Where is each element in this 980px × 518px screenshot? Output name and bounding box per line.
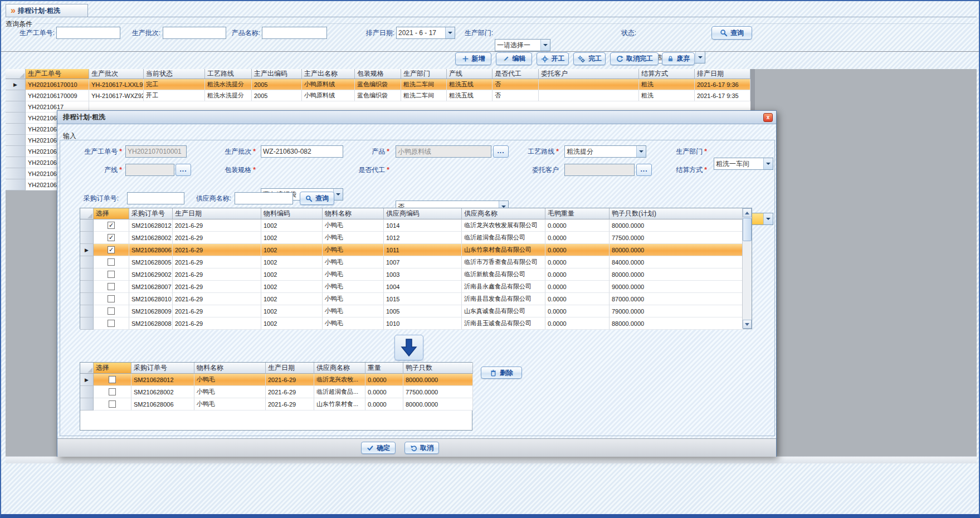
column-header[interactable]: 物料名称 [194, 363, 266, 374]
edit-button[interactable]: 编辑 [496, 52, 532, 65]
dropdown-arrow-icon[interactable] [636, 146, 646, 157]
column-header[interactable]: 主产出名称 [302, 69, 355, 79]
ok-button[interactable]: 确定 [361, 442, 396, 454]
column-header[interactable]: 物料编码 [261, 208, 323, 219]
supplier-name-input[interactable] [235, 192, 293, 204]
po-search-button[interactable]: 查询 [300, 192, 334, 205]
row-checkbox[interactable] [109, 376, 116, 383]
table-row[interactable]: SM210628007 2021-6-29 1002 小鸭毛 1004 沂南县永… [80, 281, 743, 293]
column-header[interactable]: 生产批次 [89, 69, 144, 79]
dept-field-select[interactable]: 粗洗一车间 [714, 158, 773, 170]
table-row[interactable]: SM210628006 小鸭毛 2021-6-29 山东竹泉村食... 0.00… [80, 398, 473, 411]
cell: 山东真诚食品有限公司 [462, 305, 545, 317]
row-checkbox[interactable] [108, 246, 115, 253]
dropdown-arrow-icon[interactable] [763, 213, 773, 224]
table-row[interactable]: SM210628006 2021-6-29 1002 小鸭毛 1011 山东竹泉… [80, 244, 743, 256]
column-header[interactable]: 工艺路线 [205, 69, 252, 79]
cancel-button[interactable]: 取消 [404, 442, 439, 454]
column-header[interactable]: 供应商名称 [314, 363, 365, 374]
column-header[interactable]: 委托客户 [539, 69, 639, 79]
column-header[interactable]: 供应商名称 [462, 208, 545, 219]
schedule-date-select[interactable]: 2021 - 6 - 17 [396, 27, 455, 39]
query-search-button[interactable]: 查询 [711, 26, 752, 40]
close-icon[interactable]: x [763, 113, 773, 122]
column-header[interactable]: 生产日期 [173, 208, 261, 219]
column-header[interactable]: 生产部门 [401, 69, 447, 79]
column-header[interactable]: 采购订单号 [129, 208, 173, 219]
column-header[interactable]: 包装规格 [355, 69, 401, 79]
line-browse-button[interactable]: ... [175, 164, 191, 176]
start-work-button[interactable]: 开工 [537, 52, 569, 65]
column-header[interactable]: 毛鸭重量 [545, 208, 610, 219]
column-header[interactable]: 生产日期 [266, 363, 314, 374]
row-marker [80, 232, 94, 244]
row-checkbox[interactable] [108, 283, 115, 290]
column-header[interactable]: 选择 [94, 363, 131, 374]
dropdown-arrow-icon[interactable] [333, 189, 343, 200]
tab-scheduling-plan[interactable]: » 排程计划-粗洗 [6, 4, 88, 17]
row-checkbox[interactable] [108, 234, 115, 241]
table-row[interactable]: SM210628012 2021-6-29 1002 小鸭毛 1014 临沂龙兴… [80, 219, 743, 232]
dropdown-arrow-icon[interactable] [695, 52, 705, 63]
column-header[interactable]: 产线 [447, 69, 493, 79]
table-row[interactable]: SM210629002 2021-6-29 1002 小鸭毛 1003 临沂新航… [80, 268, 743, 281]
scroll-thumb[interactable] [743, 218, 752, 241]
row-checkbox[interactable] [108, 295, 115, 302]
main-grid-corner-cell[interactable] [6, 69, 26, 79]
product-name-input[interactable] [262, 27, 327, 39]
corner-triangle-icon [87, 368, 92, 373]
table-row[interactable]: SM210628002 小鸭毛 2021-6-29 临沂超润食品... 0.00… [80, 386, 473, 398]
delete-button[interactable]: 删除 [481, 366, 522, 379]
table-row[interactable]: SM210628005 2021-6-29 1002 小鸭毛 1007 临沂市万… [80, 256, 743, 268]
dropdown-arrow-icon[interactable] [763, 158, 773, 169]
row-checkbox[interactable] [108, 271, 115, 278]
column-header[interactable]: 当前状态 [144, 69, 205, 79]
column-header[interactable]: 生产工单号 [26, 69, 89, 79]
po-number-input[interactable] [127, 192, 184, 204]
finish-work-button[interactable]: 完工 [573, 52, 606, 65]
batch-input[interactable] [163, 27, 226, 39]
po-grid-corner-cell[interactable] [80, 208, 94, 219]
row-checkbox[interactable] [108, 320, 115, 327]
table-row[interactable]: SM210628008 2021-6-29 1002 小鸭毛 1010 沂南县玉… [80, 317, 743, 330]
table-row[interactable]: SM210628002 2021-6-29 1002 小鸭毛 1012 临沂超润… [80, 232, 743, 244]
row-checkbox[interactable] [109, 400, 116, 408]
scroll-down-button[interactable] [743, 320, 752, 329]
scroll-up-button[interactable] [743, 208, 752, 217]
table-row[interactable]: SM210628012 小鸭毛 2021-6-29 临沂龙兴农牧... 0.00… [80, 374, 473, 386]
column-header[interactable]: 选择 [94, 208, 129, 219]
column-header[interactable]: 采购订单号 [131, 363, 194, 374]
department-select[interactable]: 一请选择一 [495, 39, 550, 51]
transf(er)-down-button[interactable] [394, 335, 423, 360]
discard-button[interactable]: 废弃 [662, 52, 695, 65]
cell: 2021-6-17 9:36 [695, 79, 750, 90]
grid-horizontal-scrollbar[interactable] [6, 456, 977, 463]
table-row[interactable]: SM210628010 2021-6-29 1002 小鸭毛 1015 沂南县昌… [80, 293, 743, 305]
column-header[interactable]: 是否代工 [493, 69, 539, 79]
table-row[interactable]: YH202106170009 YH-210617-WXZ928 开工 粗洗水洗提… [6, 90, 750, 101]
selected-grid-corner-cell[interactable] [80, 363, 94, 374]
column-header[interactable]: 结算方式 [639, 69, 695, 79]
column-header[interactable]: 主产出编码 [252, 69, 302, 79]
column-header[interactable]: 鸭子只数(计划) [610, 208, 743, 219]
table-row[interactable]: SM210628009 2021-6-29 1002 小鸭毛 1005 山东真诚… [80, 305, 743, 317]
row-checkbox[interactable] [108, 307, 115, 315]
cell: 粗洗水洗提分 [205, 79, 252, 90]
column-header[interactable]: 重量 [365, 363, 403, 374]
work-order-input[interactable] [56, 27, 120, 39]
po-grid-scrollbar[interactable] [742, 208, 752, 329]
column-header[interactable]: 物料名称 [323, 208, 384, 219]
route-select[interactable]: 粗洗提分 [564, 145, 646, 158]
column-header[interactable]: 排产日期 [695, 69, 750, 79]
row-checkbox[interactable] [108, 258, 115, 266]
row-checkbox[interactable] [109, 388, 116, 395]
add-button[interactable]: 新增 [455, 52, 491, 65]
cancel-finish-button[interactable]: 取消完工 [610, 52, 659, 65]
table-row[interactable]: YH202106170010 YH-210617-LXXL931 完工 粗洗水洗… [6, 79, 750, 90]
column-header[interactable]: 供应商编码 [384, 208, 462, 219]
row-checkbox[interactable] [108, 222, 115, 229]
client-browse-button[interactable]: ... [636, 164, 652, 176]
batch-field[interactable]: WZ-210630-082 [261, 145, 343, 158]
dropdown-arrow-icon[interactable] [540, 40, 550, 51]
column-header[interactable]: 鸭子只数 [403, 363, 473, 374]
